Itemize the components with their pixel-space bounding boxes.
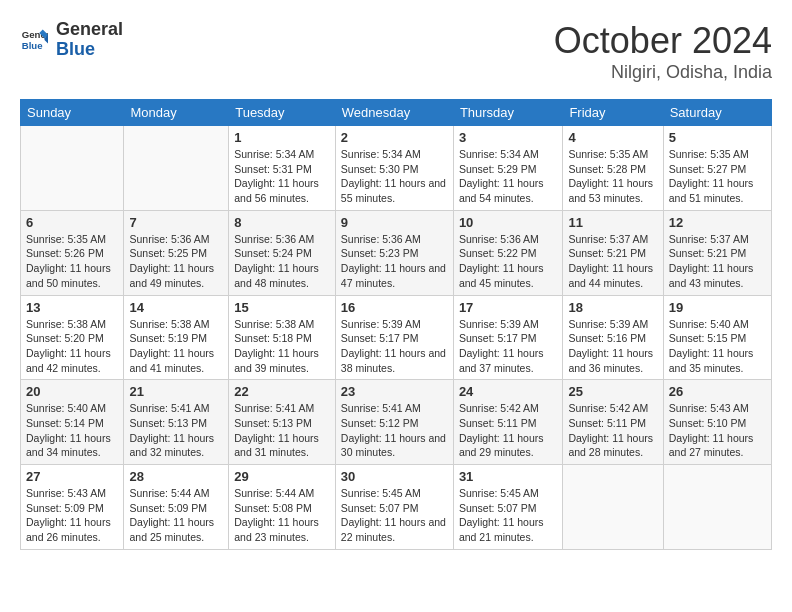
day-number: 27: [26, 469, 118, 484]
calendar-cell: [124, 126, 229, 211]
day-number: 3: [459, 130, 558, 145]
calendar-cell: 22Sunrise: 5:41 AMSunset: 5:13 PMDayligh…: [229, 380, 336, 465]
calendar-week-row: 13Sunrise: 5:38 AMSunset: 5:20 PMDayligh…: [21, 295, 772, 380]
day-info: Sunrise: 5:35 AMSunset: 5:28 PMDaylight:…: [568, 147, 657, 206]
calendar-cell: 26Sunrise: 5:43 AMSunset: 5:10 PMDayligh…: [663, 380, 771, 465]
calendar-cell: 16Sunrise: 5:39 AMSunset: 5:17 PMDayligh…: [335, 295, 453, 380]
calendar-cell: [663, 465, 771, 550]
day-number: 4: [568, 130, 657, 145]
day-number: 30: [341, 469, 448, 484]
title-block: October 2024 Nilgiri, Odisha, India: [554, 20, 772, 83]
day-info: Sunrise: 5:41 AMSunset: 5:12 PMDaylight:…: [341, 401, 448, 460]
day-number: 20: [26, 384, 118, 399]
day-info: Sunrise: 5:36 AMSunset: 5:22 PMDaylight:…: [459, 232, 558, 291]
calendar-cell: 2Sunrise: 5:34 AMSunset: 5:30 PMDaylight…: [335, 126, 453, 211]
day-number: 21: [129, 384, 223, 399]
day-info: Sunrise: 5:36 AMSunset: 5:23 PMDaylight:…: [341, 232, 448, 291]
calendar-cell: 1Sunrise: 5:34 AMSunset: 5:31 PMDaylight…: [229, 126, 336, 211]
day-info: Sunrise: 5:43 AMSunset: 5:10 PMDaylight:…: [669, 401, 766, 460]
calendar-cell: 21Sunrise: 5:41 AMSunset: 5:13 PMDayligh…: [124, 380, 229, 465]
col-header-sunday: Sunday: [21, 100, 124, 126]
day-number: 14: [129, 300, 223, 315]
day-info: Sunrise: 5:42 AMSunset: 5:11 PMDaylight:…: [568, 401, 657, 460]
day-number: 23: [341, 384, 448, 399]
calendar-cell: 8Sunrise: 5:36 AMSunset: 5:24 PMDaylight…: [229, 210, 336, 295]
calendar-cell: 15Sunrise: 5:38 AMSunset: 5:18 PMDayligh…: [229, 295, 336, 380]
calendar-cell: 30Sunrise: 5:45 AMSunset: 5:07 PMDayligh…: [335, 465, 453, 550]
day-info: Sunrise: 5:39 AMSunset: 5:17 PMDaylight:…: [341, 317, 448, 376]
calendar-cell: 18Sunrise: 5:39 AMSunset: 5:16 PMDayligh…: [563, 295, 663, 380]
calendar-cell: 4Sunrise: 5:35 AMSunset: 5:28 PMDaylight…: [563, 126, 663, 211]
col-header-thursday: Thursday: [453, 100, 563, 126]
day-number: 10: [459, 215, 558, 230]
day-info: Sunrise: 5:43 AMSunset: 5:09 PMDaylight:…: [26, 486, 118, 545]
calendar-cell: 20Sunrise: 5:40 AMSunset: 5:14 PMDayligh…: [21, 380, 124, 465]
day-info: Sunrise: 5:45 AMSunset: 5:07 PMDaylight:…: [341, 486, 448, 545]
day-info: Sunrise: 5:34 AMSunset: 5:29 PMDaylight:…: [459, 147, 558, 206]
calendar-cell: 29Sunrise: 5:44 AMSunset: 5:08 PMDayligh…: [229, 465, 336, 550]
calendar-cell: 11Sunrise: 5:37 AMSunset: 5:21 PMDayligh…: [563, 210, 663, 295]
day-info: Sunrise: 5:34 AMSunset: 5:30 PMDaylight:…: [341, 147, 448, 206]
calendar-cell: [21, 126, 124, 211]
calendar-cell: 5Sunrise: 5:35 AMSunset: 5:27 PMDaylight…: [663, 126, 771, 211]
day-info: Sunrise: 5:39 AMSunset: 5:17 PMDaylight:…: [459, 317, 558, 376]
day-number: 2: [341, 130, 448, 145]
calendar-cell: 13Sunrise: 5:38 AMSunset: 5:20 PMDayligh…: [21, 295, 124, 380]
day-number: 12: [669, 215, 766, 230]
day-info: Sunrise: 5:38 AMSunset: 5:20 PMDaylight:…: [26, 317, 118, 376]
calendar-cell: 28Sunrise: 5:44 AMSunset: 5:09 PMDayligh…: [124, 465, 229, 550]
day-info: Sunrise: 5:38 AMSunset: 5:18 PMDaylight:…: [234, 317, 330, 376]
day-number: 9: [341, 215, 448, 230]
day-info: Sunrise: 5:37 AMSunset: 5:21 PMDaylight:…: [568, 232, 657, 291]
day-info: Sunrise: 5:45 AMSunset: 5:07 PMDaylight:…: [459, 486, 558, 545]
month-title: October 2024: [554, 20, 772, 62]
location-title: Nilgiri, Odisha, India: [554, 62, 772, 83]
day-number: 16: [341, 300, 448, 315]
calendar-cell: 24Sunrise: 5:42 AMSunset: 5:11 PMDayligh…: [453, 380, 563, 465]
day-number: 13: [26, 300, 118, 315]
calendar-cell: 14Sunrise: 5:38 AMSunset: 5:19 PMDayligh…: [124, 295, 229, 380]
calendar-cell: 6Sunrise: 5:35 AMSunset: 5:26 PMDaylight…: [21, 210, 124, 295]
day-info: Sunrise: 5:36 AMSunset: 5:24 PMDaylight:…: [234, 232, 330, 291]
col-header-monday: Monday: [124, 100, 229, 126]
day-number: 26: [669, 384, 766, 399]
calendar-cell: 23Sunrise: 5:41 AMSunset: 5:12 PMDayligh…: [335, 380, 453, 465]
day-number: 8: [234, 215, 330, 230]
day-info: Sunrise: 5:41 AMSunset: 5:13 PMDaylight:…: [234, 401, 330, 460]
day-number: 29: [234, 469, 330, 484]
day-info: Sunrise: 5:44 AMSunset: 5:08 PMDaylight:…: [234, 486, 330, 545]
day-number: 1: [234, 130, 330, 145]
calendar-cell: 17Sunrise: 5:39 AMSunset: 5:17 PMDayligh…: [453, 295, 563, 380]
calendar-week-row: 27Sunrise: 5:43 AMSunset: 5:09 PMDayligh…: [21, 465, 772, 550]
calendar-cell: 9Sunrise: 5:36 AMSunset: 5:23 PMDaylight…: [335, 210, 453, 295]
col-header-tuesday: Tuesday: [229, 100, 336, 126]
day-number: 6: [26, 215, 118, 230]
day-number: 17: [459, 300, 558, 315]
page-header: General Blue General Blue October 2024 N…: [20, 20, 772, 83]
calendar-week-row: 20Sunrise: 5:40 AMSunset: 5:14 PMDayligh…: [21, 380, 772, 465]
day-info: Sunrise: 5:40 AMSunset: 5:14 PMDaylight:…: [26, 401, 118, 460]
day-number: 19: [669, 300, 766, 315]
day-number: 5: [669, 130, 766, 145]
day-number: 28: [129, 469, 223, 484]
calendar-cell: [563, 465, 663, 550]
day-number: 22: [234, 384, 330, 399]
calendar-cell: 12Sunrise: 5:37 AMSunset: 5:21 PMDayligh…: [663, 210, 771, 295]
day-info: Sunrise: 5:42 AMSunset: 5:11 PMDaylight:…: [459, 401, 558, 460]
day-number: 24: [459, 384, 558, 399]
calendar-cell: 10Sunrise: 5:36 AMSunset: 5:22 PMDayligh…: [453, 210, 563, 295]
col-header-wednesday: Wednesday: [335, 100, 453, 126]
day-info: Sunrise: 5:39 AMSunset: 5:16 PMDaylight:…: [568, 317, 657, 376]
calendar-cell: 27Sunrise: 5:43 AMSunset: 5:09 PMDayligh…: [21, 465, 124, 550]
day-info: Sunrise: 5:34 AMSunset: 5:31 PMDaylight:…: [234, 147, 330, 206]
day-info: Sunrise: 5:36 AMSunset: 5:25 PMDaylight:…: [129, 232, 223, 291]
day-number: 7: [129, 215, 223, 230]
day-number: 25: [568, 384, 657, 399]
calendar-week-row: 6Sunrise: 5:35 AMSunset: 5:26 PMDaylight…: [21, 210, 772, 295]
day-number: 18: [568, 300, 657, 315]
day-info: Sunrise: 5:35 AMSunset: 5:27 PMDaylight:…: [669, 147, 766, 206]
logo-icon: General Blue: [20, 26, 48, 54]
calendar-header-row: SundayMondayTuesdayWednesdayThursdayFrid…: [21, 100, 772, 126]
calendar-week-row: 1Sunrise: 5:34 AMSunset: 5:31 PMDaylight…: [21, 126, 772, 211]
day-info: Sunrise: 5:40 AMSunset: 5:15 PMDaylight:…: [669, 317, 766, 376]
